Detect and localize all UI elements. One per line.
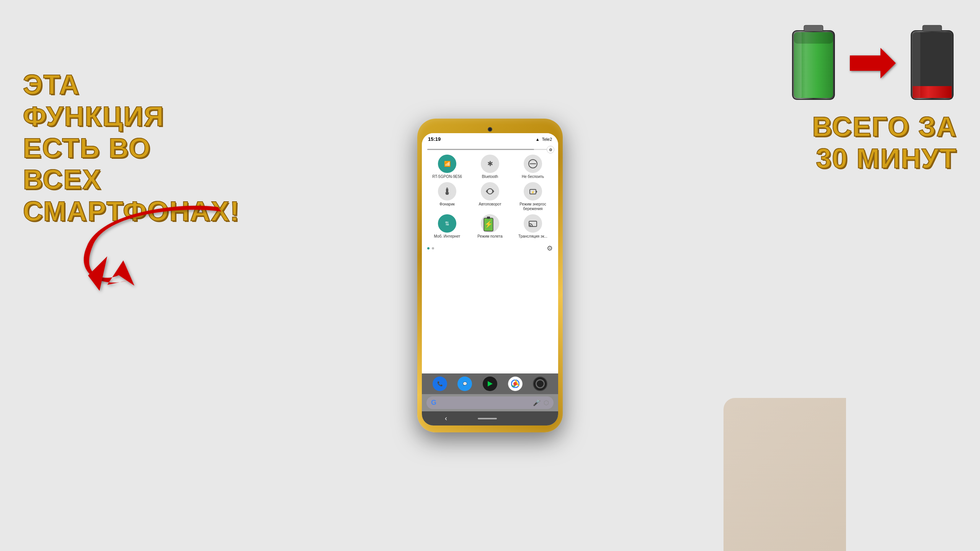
hand-decoration: [724, 398, 846, 551]
svg-text:⇅: ⇅: [445, 220, 449, 227]
dock-phone[interactable]: 📞: [433, 377, 447, 391]
status-icons: ▲ Tele2: [536, 137, 552, 142]
settings-gear-icon[interactable]: ⚙: [547, 244, 553, 253]
arrow-left: [65, 187, 226, 302]
tile-dnd[interactable]: Не беспоить: [513, 155, 553, 179]
svg-text:✱: ✱: [487, 160, 493, 168]
carrier-label: Tele2: [542, 137, 552, 142]
svg-text:⚡: ⚡: [484, 220, 493, 228]
svg-rect-31: [794, 32, 833, 44]
mic-icon[interactable]: 🎤: [533, 399, 541, 406]
status-time: 15:19: [428, 136, 441, 142]
mobile-data-icon[interactable]: ⇅: [438, 214, 456, 233]
bluetooth-label: Bluetooth: [482, 174, 498, 179]
dnd-label: Не беспоить: [522, 174, 544, 179]
quick-panel: ⚙ 📶 RT-5GPON-9E56: [422, 145, 558, 373]
search-bar[interactable]: G 🎤 ⬡: [426, 396, 554, 409]
quick-tiles: 📶 RT-5GPON-9E56 ✱ Bluetooth: [427, 155, 553, 239]
mobile-data-label: Моб. Интернет: [434, 234, 461, 239]
camera-notch: [488, 127, 492, 132]
wifi-label: RT-5GPON-9E56: [432, 174, 462, 179]
brightness-gear-icon: ⚙: [549, 148, 552, 152]
dock-chrome[interactable]: [508, 377, 523, 391]
svg-text:⚡: ⚡: [531, 190, 535, 194]
battery-full: [789, 23, 838, 103]
tile-flashlight[interactable]: Фонарик: [427, 182, 467, 211]
svg-rect-12: [536, 191, 537, 192]
dot-1[interactable]: [427, 247, 430, 249]
tile-battery-save[interactable]: ⚡ Режим энергос бережения: [513, 182, 553, 211]
tile-mobile-data[interactable]: ⇅ Моб. Интернет: [427, 214, 467, 239]
signal-icon: ▲: [536, 137, 540, 142]
battery-full-svg: [789, 23, 838, 103]
google-g-icon: G: [431, 399, 436, 407]
airplane-icon[interactable]: ⚡: [481, 214, 499, 233]
bluetooth-icon[interactable]: ✱: [481, 155, 499, 173]
wifi-icon[interactable]: 📶: [438, 155, 456, 173]
phone-screen: 15:19 ▲ Tele2 ⚙: [422, 133, 558, 425]
brightness-row[interactable]: ⚙: [427, 149, 553, 150]
app-dock: 📞 💬: [422, 373, 558, 394]
battery-low-svg: [907, 23, 957, 103]
phone-top-bar: [422, 126, 558, 133]
svg-marker-10: [486, 189, 487, 193]
autorotate-icon[interactable]: [481, 182, 499, 201]
nav-bar: ‹: [422, 411, 558, 425]
arrow-right-svg: [846, 44, 900, 82]
tile-bluetooth[interactable]: ✱ Bluetooth: [470, 155, 510, 179]
batteries-row: [789, 23, 957, 103]
lens-icon[interactable]: ⬡: [544, 399, 549, 406]
svg-marker-24: [488, 381, 493, 386]
phone-frame: 15:19 ▲ Tele2 ⚙: [417, 119, 563, 432]
search-bar-container: G 🎤 ⬡: [422, 394, 558, 411]
brightness-fill: [427, 149, 534, 150]
tile-airplane[interactable]: ⚡ Режим полета: [470, 214, 510, 239]
svg-rect-6: [446, 189, 448, 192]
svg-text:📞: 📞: [437, 381, 443, 386]
phone: 15:19 ▲ Tele2 ⚙: [417, 119, 563, 432]
status-bar: 15:19 ▲ Tele2: [422, 133, 558, 145]
svg-text:💬: 💬: [463, 381, 467, 386]
flashlight-icon[interactable]: [438, 182, 456, 201]
svg-marker-7: [445, 192, 449, 195]
svg-rect-33: [923, 25, 942, 31]
svg-rect-37: [913, 32, 920, 98]
tile-cast[interactable]: Трансляция эк...: [513, 214, 553, 239]
dock-messages[interactable]: 💬: [457, 377, 472, 391]
dock-play[interactable]: [483, 377, 497, 391]
tile-autorotate[interactable]: Автоповорот: [470, 182, 510, 211]
svg-rect-17: [487, 217, 490, 219]
dnd-icon[interactable]: [524, 155, 542, 173]
autorotate-label: Автоповорот: [479, 202, 501, 207]
battery-low: [907, 23, 957, 103]
flashlight-label: Фонарик: [439, 202, 455, 207]
home-button[interactable]: [478, 418, 497, 419]
brightness-bar[interactable]: ⚙: [427, 149, 553, 150]
brightness-knob[interactable]: ⚙: [547, 146, 554, 153]
svg-rect-28: [804, 25, 823, 31]
right-section: всего за 30 минут: [789, 23, 957, 174]
svg-marker-0: [88, 256, 107, 291]
svg-rect-8: [446, 187, 448, 189]
right-heading: всего за 30 минут: [812, 111, 957, 174]
battery-save-icon[interactable]: ⚡: [524, 182, 542, 201]
airplane-label: Режим полета: [477, 234, 502, 239]
cast-icon[interactable]: [524, 214, 542, 233]
tile-wifi[interactable]: 📶 RT-5GPON-9E56: [427, 155, 467, 179]
svg-marker-9: [493, 189, 494, 193]
cast-label: Трансляция эк...: [518, 234, 547, 239]
svg-text:📶: 📶: [444, 161, 451, 167]
dot-2[interactable]: [432, 247, 434, 249]
dots-indicator: ⚙: [427, 242, 553, 255]
battery-save-label: Режим энергос бережения: [513, 202, 553, 211]
back-button[interactable]: ‹: [445, 414, 447, 422]
dock-camera[interactable]: [533, 377, 547, 391]
